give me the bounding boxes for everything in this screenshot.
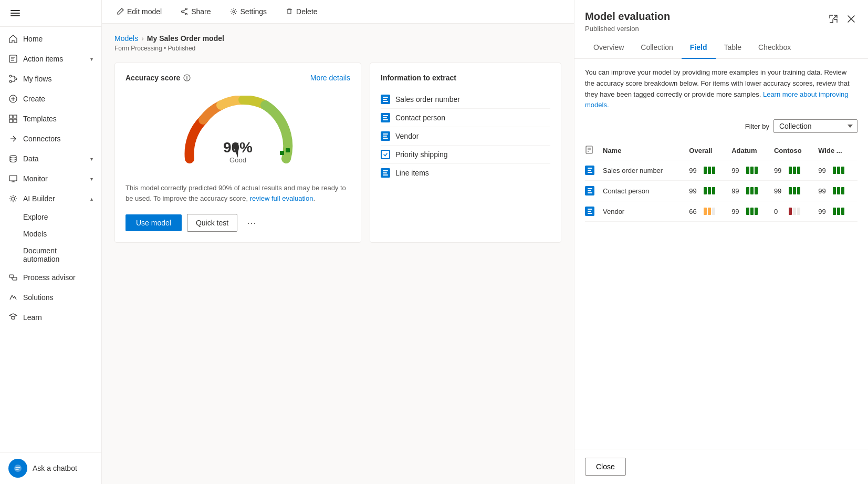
panel-footer: Close (574, 449, 868, 484)
sidebar-item-learn[interactable]: Learn (0, 307, 101, 327)
accuracy-card-header: Accuracy score More details (126, 74, 350, 82)
score-wide: 99 (818, 187, 854, 195)
ai-icon (8, 194, 18, 203)
settings-button[interactable]: Settings (226, 5, 271, 18)
chevron-down-icon: ▾ (90, 156, 93, 162)
panel-title: Model evaluation (585, 11, 670, 23)
col-wide: Wide ... (815, 141, 857, 160)
page-content: Models › My Sales Order model Form Proce… (102, 24, 574, 484)
sidebar-item-connectors[interactable]: Connectors (0, 129, 101, 149)
svg-rect-5 (9, 115, 13, 118)
delete-icon (286, 8, 293, 15)
sidebar-item-templates[interactable]: Templates (0, 109, 101, 129)
filter-select[interactable]: Collection All Adatum Contoso Wide World (773, 119, 857, 133)
toolbar: Edit model Share Settings Delete (102, 0, 574, 24)
list-item: Line items (381, 164, 550, 182)
sidebar-nav: Home Action items ▾ My (0, 27, 101, 452)
svg-point-9 (10, 156, 16, 158)
chatbot-button[interactable] (8, 459, 27, 478)
list-item: Sales order number (381, 90, 550, 109)
more-options-button[interactable]: ⋯ (243, 214, 260, 232)
sidebar-item-models[interactable]: Models (0, 225, 101, 242)
learn-icon (8, 313, 18, 322)
hamburger-icon[interactable] (8, 6, 22, 20)
sidebar-item-explore[interactable]: Explore (0, 209, 101, 225)
sidebar-item-label: Create (23, 95, 45, 103)
svg-rect-13 (13, 277, 17, 280)
score-contoso: 99 (774, 187, 812, 195)
sidebar-header (0, 0, 101, 27)
svg-point-2 (15, 78, 17, 80)
col-overall: Overall (686, 141, 728, 160)
templates-icon (8, 114, 18, 123)
breadcrumb-current: My Sales Order model (147, 34, 224, 43)
close-button[interactable]: Close (585, 458, 626, 476)
edit-icon (117, 8, 124, 15)
gauge-label: Good (223, 156, 253, 164)
document-icon (585, 146, 593, 154)
close-panel-button[interactable] (845, 13, 857, 27)
sidebar-item-process-advisor[interactable]: Process advisor (0, 267, 101, 287)
score-contoso: 99 (774, 167, 812, 174)
checkbox-icon (381, 150, 390, 159)
sidebar-item-solutions[interactable]: Solutions (0, 287, 101, 307)
score-adatum: 99 (731, 167, 768, 174)
gauge-value: 90% (223, 139, 253, 156)
tab-checkbox[interactable]: Checkbox (750, 39, 799, 59)
tab-field[interactable]: Field (682, 39, 716, 59)
chevron-down-icon: ▾ (90, 176, 93, 182)
sidebar-item-document-automation[interactable]: Document automation (0, 242, 101, 267)
table-row: Vendor 66 99 (585, 201, 857, 222)
filter-label: Filter by (745, 122, 769, 130)
sidebar-item-label: Monitor (23, 174, 48, 183)
model-evaluation-panel: Model evaluation Published version Overv (574, 0, 868, 484)
svg-point-11 (12, 197, 15, 200)
sidebar-item-label: AI Builder (23, 194, 55, 203)
quick-test-button[interactable]: Quick test (187, 214, 237, 232)
score-contoso: 0 (774, 208, 812, 215)
svg-point-1 (9, 75, 12, 77)
tab-overview[interactable]: Overview (585, 39, 632, 59)
monitor-icon (8, 174, 18, 183)
table-icon (381, 95, 390, 104)
score-wide: 99 (818, 167, 854, 174)
sidebar-item-home[interactable]: Home (0, 29, 101, 49)
share-button[interactable]: Share (176, 5, 215, 18)
svg-rect-7 (9, 119, 13, 122)
svg-rect-10 (9, 176, 17, 181)
sidebar-item-ai-builder[interactable]: AI Builder ▴ (0, 189, 101, 209)
table-icon (381, 131, 390, 141)
more-details-link[interactable]: More details (310, 74, 350, 82)
row-name: Vendor (600, 201, 686, 222)
score-bars-overall (704, 167, 715, 174)
panel-header: Model evaluation Published version Overv (574, 0, 868, 59)
panel-tabs: Overview Collection Field Table Checkbox (585, 39, 857, 58)
tab-collection[interactable]: Collection (632, 39, 681, 59)
review-link[interactable]: review full evaluation (250, 194, 313, 202)
list-item: Vendor (381, 127, 550, 146)
sidebar-item-create[interactable]: Create (0, 89, 101, 109)
evaluation-table: Name Overall Adatum Contoso Wide ... Sal… (585, 141, 857, 222)
use-model-button[interactable]: Use model (126, 214, 182, 231)
connectors-icon (8, 134, 18, 143)
list-item: Priority shipping (381, 146, 550, 164)
svg-rect-21 (280, 151, 284, 155)
info-icon (183, 74, 191, 81)
settings-icon (230, 8, 237, 15)
info-card: Information to extract Sales order numbe… (370, 63, 561, 243)
sidebar-item-monitor[interactable]: Monitor ▾ (0, 169, 101, 189)
expand-button[interactable] (827, 13, 840, 27)
sidebar-item-action-items[interactable]: Action items ▾ (0, 49, 101, 69)
breadcrumb: Models › My Sales Order model (114, 34, 561, 43)
sidebar-item-label: Learn (23, 313, 42, 322)
field-icon (585, 186, 594, 195)
delete-button[interactable]: Delete (281, 5, 321, 18)
sidebar-item-label: Explore (23, 213, 48, 221)
edit-model-button[interactable]: Edit model (112, 5, 166, 18)
breadcrumb-parent[interactable]: Models (114, 34, 138, 43)
col-adatum: Adatum (728, 141, 771, 160)
sidebar-item-data[interactable]: Data ▾ (0, 149, 101, 169)
tab-table[interactable]: Table (716, 39, 750, 59)
sidebar-item-my-flows[interactable]: My flows (0, 69, 101, 89)
sidebar-item-label: Home (23, 35, 43, 43)
